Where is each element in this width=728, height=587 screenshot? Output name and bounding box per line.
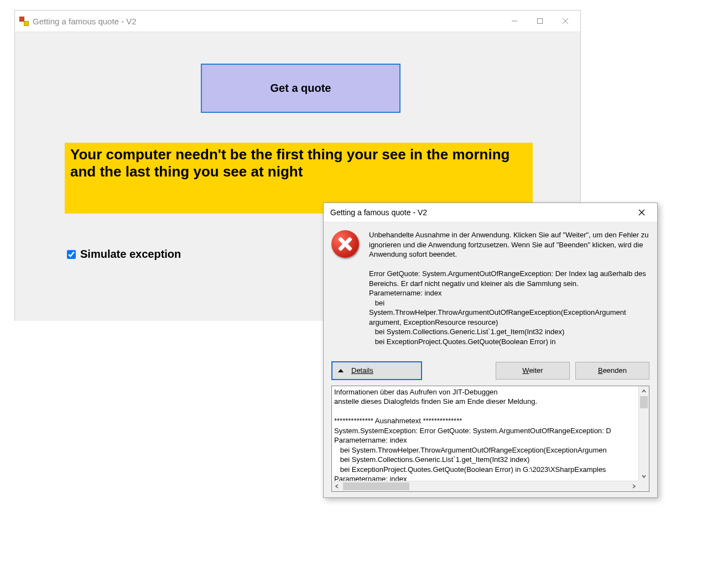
minimize-button[interactable] bbox=[502, 12, 527, 30]
scroll-right-icon[interactable] bbox=[629, 481, 639, 491]
scroll-left-icon[interactable] bbox=[332, 481, 342, 491]
details-label: Details bbox=[351, 366, 373, 375]
error-icon bbox=[331, 230, 361, 260]
dialog-message: Unbehandelte Ausnahme in der Anwendung. … bbox=[369, 230, 649, 347]
dialog-body: Unbehandelte Ausnahme in der Anwendung. … bbox=[324, 222, 657, 497]
horizontal-scroll-thumb[interactable] bbox=[343, 482, 409, 490]
simulate-exception-label: Simulate exception bbox=[80, 248, 181, 261]
dialog-close-button[interactable] bbox=[630, 205, 654, 220]
error-dialog: Getting a famous quote - V2 Unbehandelte… bbox=[323, 202, 658, 498]
scroll-up-icon[interactable] bbox=[639, 386, 649, 396]
get-quote-button[interactable]: Get a quote bbox=[201, 64, 401, 113]
svg-rect-1 bbox=[538, 19, 543, 24]
details-button[interactable]: Details bbox=[331, 361, 422, 380]
horizontal-scrollbar[interactable] bbox=[332, 481, 639, 491]
maximize-button[interactable] bbox=[527, 12, 553, 30]
vertical-scrollbar[interactable] bbox=[638, 386, 649, 481]
app-icon bbox=[19, 17, 28, 25]
details-textarea[interactable]: Informationen über das Aufrufen von JIT-… bbox=[331, 386, 649, 492]
scroll-corner bbox=[639, 481, 649, 491]
continue-button[interactable]: Weiter bbox=[496, 362, 570, 380]
window-title: Getting a famous quote - V2 bbox=[33, 17, 502, 26]
close-button[interactable] bbox=[553, 12, 578, 30]
details-text: Informationen über das Aufrufen von JIT-… bbox=[334, 387, 638, 481]
simulate-exception-input[interactable] bbox=[67, 250, 76, 259]
scroll-down-icon[interactable] bbox=[639, 471, 649, 481]
quit-button[interactable]: Beenden bbox=[575, 362, 649, 380]
details-viewport: Informationen über das Aufrufen von JIT-… bbox=[332, 386, 639, 481]
quote-text: Your computer needn't be the first thing… bbox=[65, 143, 533, 180]
collapse-up-icon bbox=[338, 369, 344, 372]
main-titlebar[interactable]: Getting a famous quote - V2 bbox=[15, 11, 580, 32]
vertical-scroll-thumb[interactable] bbox=[640, 396, 648, 408]
dialog-titlebar[interactable]: Getting a famous quote - V2 bbox=[324, 203, 657, 222]
simulate-exception-checkbox[interactable]: Simulate exception bbox=[65, 248, 181, 261]
dialog-title: Getting a famous quote - V2 bbox=[330, 208, 630, 217]
get-quote-label: Get a quote bbox=[270, 82, 331, 95]
